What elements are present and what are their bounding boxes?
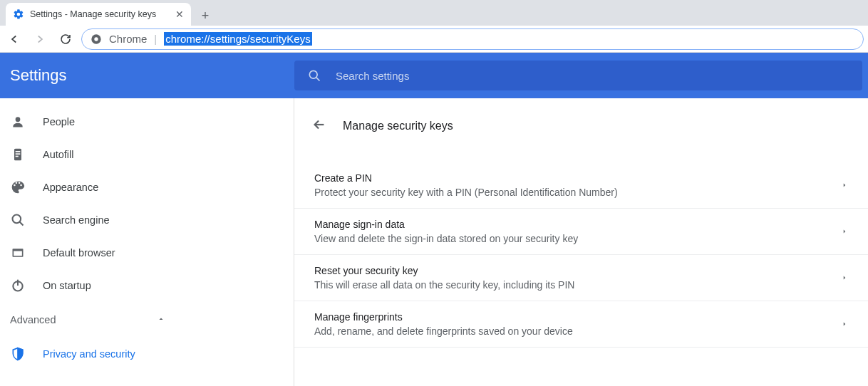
forward-button[interactable] — [30, 29, 50, 49]
sidebar-item-label: Privacy and security — [43, 348, 135, 360]
sidebar-item-label: Search engine — [43, 214, 110, 226]
tab-title: Settings - Manage security keys — [30, 9, 170, 19]
browser-tab[interactable]: Settings - Manage security keys ✕ — [6, 3, 191, 26]
shield-icon — [10, 346, 26, 362]
svg-line-3 — [316, 78, 320, 81]
page-header: Manage security keys — [294, 105, 868, 147]
svg-point-2 — [309, 71, 317, 78]
sidebar-item-default-browser[interactable]: Default browser — [0, 236, 294, 269]
option-desc: Add, rename, and delete fingerprints sav… — [314, 325, 841, 337]
option-desc: View and delete the sign-in data stored … — [314, 233, 841, 244]
chevron-right-icon — [841, 318, 848, 330]
palette-icon — [10, 179, 26, 195]
chrome-icon — [91, 33, 102, 45]
sidebar-item-privacy-security[interactable]: Privacy and security — [0, 338, 294, 370]
option-manage-signin[interactable]: Manage sign-in data View and delete the … — [294, 209, 868, 255]
browser-toolbar: Chrome | chrome://settings/securityKeys — [0, 26, 868, 53]
option-desc: This will erase all data on the security… — [314, 279, 841, 291]
tab-strip: Settings - Manage security keys ✕ + — [0, 0, 868, 26]
svg-line-10 — [20, 222, 24, 226]
omnibox-scheme-label: Chrome — [109, 33, 147, 45]
svg-rect-12 — [14, 251, 22, 256]
advanced-label: Advanced — [10, 314, 56, 325]
page-title: Manage security keys — [343, 120, 453, 132]
svg-rect-8 — [16, 156, 19, 157]
chevron-right-icon — [841, 271, 848, 284]
svg-point-9 — [13, 215, 21, 224]
option-title: Manage sign-in data — [314, 219, 841, 230]
options-list: Create a PIN Protect your security key w… — [294, 162, 868, 348]
svg-rect-6 — [16, 151, 21, 152]
sidebar-item-search-engine[interactable]: Search engine — [0, 204, 294, 236]
sidebar: People Autofill Appearance Search engine — [0, 98, 294, 386]
sidebar-item-label: Autofill — [43, 149, 74, 160]
chevron-right-icon — [841, 225, 848, 238]
sidebar-item-appearance[interactable]: Appearance — [0, 171, 294, 204]
chevron-up-icon — [157, 314, 165, 325]
search-input[interactable]: Search settings — [294, 61, 862, 90]
sidebar-item-label: Appearance — [43, 182, 98, 193]
search-icon — [10, 212, 26, 228]
close-icon[interactable]: ✕ — [175, 9, 184, 20]
omnibox-url: chrome://settings/securityKeys — [164, 32, 311, 46]
address-bar[interactable]: Chrome | chrome://settings/securityKeys — [81, 28, 864, 50]
sidebar-item-autofill[interactable]: Autofill — [0, 138, 294, 171]
new-tab-button[interactable]: + — [195, 6, 215, 26]
sidebar-item-label: People — [43, 116, 75, 127]
svg-point-1 — [94, 37, 98, 41]
sidebar-item-label: On startup — [43, 280, 91, 291]
settings-header: Settings Search settings — [0, 53, 868, 98]
option-manage-fingerprints[interactable]: Manage fingerprints Add, rename, and del… — [294, 301, 868, 348]
reload-button[interactable] — [56, 29, 76, 49]
main-panel: Manage security keys Create a PIN Protec… — [294, 98, 868, 386]
svg-point-4 — [16, 117, 21, 122]
sidebar-advanced-toggle[interactable]: Advanced — [0, 302, 294, 338]
option-title: Manage fingerprints — [314, 311, 841, 323]
option-create-pin[interactable]: Create a PIN Protect your security key w… — [294, 162, 868, 209]
browser-icon — [10, 245, 26, 261]
sidebar-item-label: Default browser — [43, 247, 115, 259]
sidebar-item-on-startup[interactable]: On startup — [0, 269, 294, 302]
chevron-right-icon — [841, 179, 848, 192]
option-title: Create a PIN — [314, 172, 841, 184]
search-placeholder: Search settings — [336, 70, 409, 82]
clipboard-icon — [10, 147, 26, 162]
back-button[interactable] — [4, 29, 24, 49]
content-area: People Autofill Appearance Search engine — [0, 98, 868, 386]
power-icon — [10, 278, 26, 293]
search-icon — [307, 68, 321, 83]
settings-app-title: Settings — [0, 66, 294, 85]
svg-rect-7 — [16, 153, 21, 155]
omnibox-separator: | — [154, 33, 157, 45]
settings-gear-icon — [13, 9, 24, 20]
person-icon — [10, 114, 26, 130]
sidebar-item-people[interactable]: People — [0, 105, 294, 138]
option-title: Reset your security key — [314, 265, 841, 276]
option-reset-key[interactable]: Reset your security key This will erase … — [294, 255, 868, 301]
option-desc: Protect your security key with a PIN (Pe… — [314, 187, 841, 198]
back-arrow-icon[interactable] — [311, 117, 327, 135]
